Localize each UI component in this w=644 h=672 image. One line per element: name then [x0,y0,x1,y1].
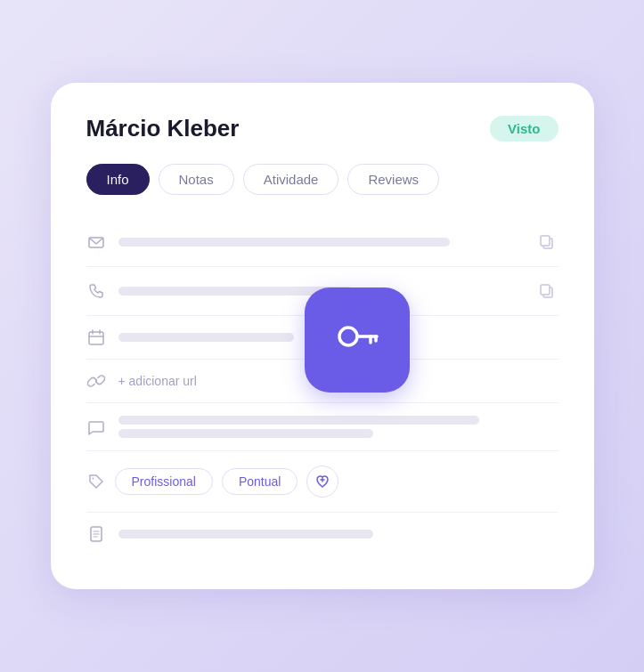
email-content [118,238,523,247]
key-icon [332,313,382,367]
tag-pontual[interactable]: Pontual [222,468,298,495]
svg-point-13 [92,478,94,480]
tags-row: Profissional Pontual [86,453,558,510]
tab-reviews[interactable]: Reviews [347,164,439,195]
copy-phone-button[interactable] [535,279,558,303]
copy-email-button[interactable] [535,231,558,254]
document-row [86,514,558,554]
calendar-icon [86,328,106,346]
doc-placeholder [118,530,374,538]
svg-rect-6 [541,236,550,246]
comment-row [86,405,558,449]
phone-icon [86,282,106,300]
tab-info[interactable]: Info [86,164,150,195]
svg-rect-9 [89,332,103,344]
comment-content [118,416,558,438]
calendar-placeholder [118,333,295,342]
tag-profissional[interactable]: Profissional [115,468,213,495]
tag-icon [86,473,106,490]
tab-bar: Info Notas Atividade Reviews [86,164,558,195]
tab-notas[interactable]: Notas [159,164,234,195]
svg-rect-8 [541,285,550,295]
tab-atividade[interactable]: Atividade [243,164,339,195]
profile-name: Márcio Kleber [86,115,240,142]
profile-card: Márcio Kleber Visto Info Notas Atividade… [51,83,594,589]
add-tag-button[interactable] [306,466,338,498]
key-overlay [305,287,410,393]
card-header: Márcio Kleber Visto [86,115,558,142]
svg-point-0 [339,328,357,345]
status-badge: Visto [490,116,558,142]
comment-icon [86,418,106,436]
email-placeholder [118,238,450,247]
document-content [118,530,558,538]
document-icon [86,525,106,543]
comment-line-1 [118,416,479,425]
comment-line-2 [118,429,374,438]
email-icon [86,233,106,251]
add-url-button[interactable]: + adicionar url [118,374,197,388]
email-row [86,220,558,264]
link-icon [86,372,106,390]
